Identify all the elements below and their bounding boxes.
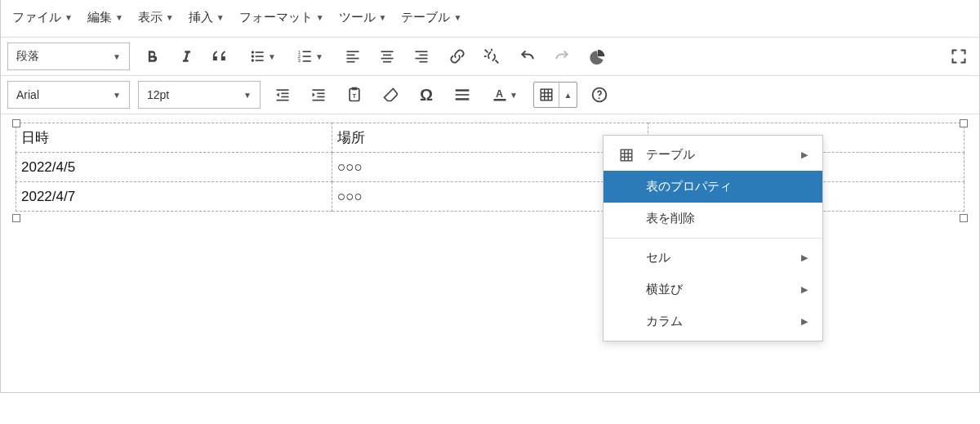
- paragraph-format-select[interactable]: 段落 ▼: [7, 42, 130, 70]
- font-family-select[interactable]: Arial ▼: [7, 81, 130, 109]
- horizontal-rule-icon: [454, 87, 470, 103]
- fullscreen-button[interactable]: [945, 42, 973, 70]
- history-group: [514, 42, 576, 70]
- menu-file[interactable]: ファイル ▼: [6, 7, 79, 29]
- svg-rect-17: [383, 55, 391, 56]
- resize-handle[interactable]: [12, 119, 20, 127]
- menu-insert[interactable]: 挿入 ▼: [182, 7, 231, 29]
- italic-button[interactable]: [172, 42, 200, 70]
- dropdown-item-table[interactable]: テーブル ▶: [604, 139, 822, 171]
- table-button[interactable]: [534, 83, 559, 107]
- menu-table-label: テーブル: [401, 10, 450, 25]
- svg-line-24: [485, 50, 488, 53]
- undo-icon: [519, 48, 536, 65]
- table-cell[interactable]: 2022/4/5: [16, 153, 332, 182]
- table-split-button[interactable]: ▲: [533, 82, 577, 108]
- align-center-icon: [379, 48, 395, 65]
- table-dropdown-menu: テーブル ▶ 表のプロパティ 表を削除 セル ▶ 横並び ▶ カラム ▶: [603, 135, 823, 341]
- menu-format-label: フォーマット: [239, 10, 313, 25]
- svg-point-0: [252, 51, 254, 53]
- dropdown-item-cell[interactable]: セル ▶: [604, 242, 822, 274]
- table-cell[interactable]: ○○○: [332, 182, 648, 212]
- menu-insert-label: 挿入: [189, 10, 213, 25]
- svg-rect-5: [256, 60, 264, 61]
- caret-down-icon: ▼: [316, 13, 324, 22]
- link-icon: [449, 48, 466, 65]
- svg-rect-19: [383, 61, 391, 63]
- help-button[interactable]: [586, 81, 613, 109]
- align-left-button[interactable]: [339, 42, 367, 70]
- clear-formatting-button[interactable]: [376, 81, 404, 109]
- caret-down-icon: ▼: [453, 13, 461, 22]
- align-right-button[interactable]: [408, 42, 435, 70]
- chevron-right-icon: ▶: [801, 316, 808, 327]
- list-group: ▼ 123 ▼: [243, 42, 331, 70]
- bullet-list-button[interactable]: ▼: [243, 42, 283, 70]
- svg-rect-20: [416, 51, 428, 52]
- text-color-button[interactable]: A ▼: [484, 81, 525, 109]
- svg-rect-39: [456, 89, 470, 91]
- editor-content[interactable]: 日時 場所 2022/4/5 ○○○ 2022/4/7 ○○○: [1, 114, 979, 392]
- svg-rect-18: [381, 58, 394, 60]
- chevron-right-icon: ▶: [801, 284, 808, 295]
- svg-rect-44: [541, 89, 552, 100]
- align-center-button[interactable]: [373, 42, 401, 70]
- table-cell[interactable]: ○○○: [332, 153, 648, 182]
- svg-rect-32: [313, 89, 325, 91]
- eraser-icon: [382, 87, 399, 103]
- table-cell[interactable]: 日時: [16, 123, 332, 153]
- dropdown-label: 表を削除: [646, 211, 808, 226]
- resize-handle[interactable]: [960, 214, 968, 222]
- resize-handle[interactable]: [12, 214, 20, 222]
- blockquote-button[interactable]: [207, 42, 234, 70]
- menu-file-label: ファイル: [12, 10, 61, 25]
- numbered-list-button[interactable]: 123 ▼: [290, 42, 331, 70]
- dropdown-label: 表のプロパティ: [646, 179, 808, 194]
- paragraph-format-value: 段落: [16, 49, 39, 64]
- italic-icon: [178, 48, 194, 65]
- dropdown-item-column[interactable]: カラム ▶: [604, 306, 822, 337]
- menu-table[interactable]: テーブル ▼: [394, 7, 468, 29]
- font-size-select[interactable]: 12pt ▼: [138, 81, 261, 109]
- menu-edit[interactable]: 編集 ▼: [81, 7, 130, 29]
- dropdown-label: 横並び: [646, 282, 790, 297]
- font-size-value: 12pt: [147, 88, 169, 101]
- caret-down-icon: ▼: [115, 13, 123, 22]
- dropdown-item-delete-table[interactable]: 表を削除: [604, 203, 822, 234]
- svg-rect-43: [494, 99, 506, 101]
- dropdown-item-table-properties[interactable]: 表のプロパティ: [604, 171, 822, 203]
- table-cell[interactable]: 場所: [332, 123, 648, 153]
- menu-tools[interactable]: ツール ▼: [332, 7, 394, 29]
- svg-rect-30: [281, 96, 288, 98]
- toolbar-row-1: 段落 ▼ ▼ 123 ▼: [1, 38, 979, 76]
- svg-rect-34: [317, 96, 324, 98]
- svg-point-50: [599, 97, 600, 99]
- table-split-caret[interactable]: ▲: [559, 83, 577, 107]
- resize-handle[interactable]: [960, 119, 968, 127]
- svg-rect-28: [277, 89, 289, 91]
- bold-button[interactable]: [138, 42, 166, 70]
- indent-button[interactable]: [305, 81, 332, 109]
- dropdown-item-row[interactable]: 横並び ▶: [604, 274, 822, 306]
- paste-text-button[interactable]: T: [341, 81, 368, 109]
- svg-rect-40: [456, 94, 470, 96]
- fullscreen-icon: [951, 48, 967, 65]
- unlink-button[interactable]: [478, 42, 506, 70]
- svg-rect-1: [256, 51, 264, 53]
- svg-rect-7: [303, 51, 311, 52]
- chart-button[interactable]: [584, 42, 612, 70]
- special-char-button[interactable]: Ω: [412, 81, 440, 109]
- svg-text:3: 3: [298, 58, 301, 63]
- link-button[interactable]: [443, 42, 471, 70]
- outdent-button[interactable]: [269, 81, 296, 109]
- table-cell[interactable]: 2022/4/7: [16, 182, 332, 212]
- menu-format[interactable]: フォーマット ▼: [233, 7, 331, 29]
- chevron-right-icon: ▶: [801, 252, 808, 263]
- menu-view[interactable]: 表示 ▼: [131, 7, 180, 29]
- redo-button[interactable]: [548, 42, 576, 70]
- svg-rect-51: [621, 150, 632, 161]
- undo-button[interactable]: [514, 42, 541, 70]
- hr-button[interactable]: [448, 81, 476, 109]
- svg-rect-35: [313, 100, 325, 101]
- svg-rect-22: [416, 58, 428, 60]
